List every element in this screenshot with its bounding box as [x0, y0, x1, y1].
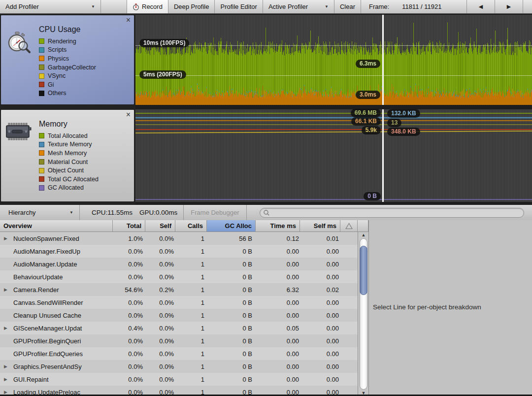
prev-frame-icon: ◀: [479, 3, 483, 10]
cpu-legend-item[interactable]: Others: [39, 89, 96, 98]
table-row[interactable]: ▶ GPUProfiler.EndQueries 0.0% 0.0% 1 0 B…: [0, 347, 358, 360]
column-header-total[interactable]: Total: [113, 220, 145, 232]
scrollbar-thumb[interactable]: [360, 246, 367, 295]
table-row[interactable]: ▶ Cleanup Unused Cache 0.0% 0.0% 1 0 B 0…: [0, 309, 358, 322]
total-percent: 0.0%: [113, 350, 145, 358]
deep-profile-label: Deep Profile: [174, 3, 209, 10]
table-row[interactable]: ▶ AudioManager.Update 0.0% 0.0% 1 0 B 0.…: [0, 258, 358, 270]
memory-legend-item[interactable]: Texture Memory: [39, 140, 99, 149]
cpu-legend-item[interactable]: GarbageCollector: [39, 63, 96, 72]
scroll-up-arrow[interactable]: ▲: [358, 232, 369, 237]
total-percent: 0.0%: [113, 273, 145, 281]
table-row[interactable]: ▶ Camera.Render 54.6% 0.2% 1 0 B 6.32 0.…: [0, 283, 358, 296]
cpu-usage-panel[interactable]: CPU Usage × Rendering Scripts Physics Ga…: [0, 15, 134, 105]
memory-legend-item[interactable]: GC Allocated: [39, 184, 99, 193]
view-mode-dropdown[interactable]: Hierarchy ▼: [0, 205, 80, 220]
calls-count: 1: [175, 261, 207, 268]
memory-legend-item[interactable]: Mesh Memory: [39, 149, 99, 158]
expand-triangle-icon[interactable]: ▶: [4, 364, 13, 369]
table-row[interactable]: ▶ GUI.Repaint 0.0% 0.0% 1 0 B 0.00 0.00: [0, 373, 358, 386]
expand-triangle-icon[interactable]: ▶: [4, 287, 13, 292]
table-row[interactable]: ▶ Canvas.SendWillRender 0.0% 0.0% 1 0 B …: [0, 296, 358, 309]
active-profiler-dropdown[interactable]: Active Profiler ▼: [263, 0, 334, 13]
cpu-legend-item[interactable]: Rendering: [39, 37, 96, 46]
frame-label: Frame:: [369, 3, 389, 10]
time-ms-value: 0.00: [256, 299, 300, 306]
cpu-legend-item[interactable]: VSync: [39, 71, 96, 80]
cpu-legend-item[interactable]: Physics: [39, 54, 96, 63]
gc-alloc-value: 0 B: [207, 273, 256, 281]
column-header-self[interactable]: Self: [145, 220, 175, 232]
gc-alloc-value: 0 B: [207, 312, 256, 319]
record-button[interactable]: Record: [127, 0, 168, 13]
column-header-self-ms[interactable]: Self ms: [300, 220, 340, 232]
expand-triangle-icon[interactable]: ▶: [4, 390, 13, 395]
profile-editor-button[interactable]: Profile Editor: [215, 0, 263, 13]
clear-button[interactable]: Clear: [334, 0, 361, 13]
search-icon: [263, 209, 270, 216]
add-profiler-label: Add Profiler: [5, 3, 39, 10]
time-ms-value: 0.00: [256, 337, 300, 345]
time-ms-value: 0.00: [256, 376, 300, 383]
expand-triangle-icon[interactable]: ▶: [4, 326, 13, 330]
table-scrollbar[interactable]: ▲ ▼: [358, 232, 368, 396]
total-percent: 1.0%: [113, 235, 145, 242]
self-percent: 0.0%: [145, 261, 175, 268]
function-name: NucleonSpawner.Fixed: [13, 235, 79, 242]
table-row[interactable]: ▶ NucleonSpawner.Fixed 1.0% 0.0% 1 56 B …: [0, 232, 358, 245]
legend-swatch: [39, 185, 44, 191]
table-row[interactable]: ▶ Graphics.PresentAndSy 0.0% 0.0% 1 0 B …: [0, 360, 358, 373]
close-icon[interactable]: ×: [126, 111, 131, 118]
cpu-legend-item[interactable]: Scripts: [39, 46, 96, 55]
chevron-down-icon: ▼: [325, 4, 329, 9]
column-header-time-ms[interactable]: Time ms: [256, 220, 300, 232]
search-input[interactable]: [260, 208, 524, 218]
toolbar-spacer: [447, 0, 466, 13]
profiler-table-body: ▶ NucleonSpawner.Fixed 1.0% 0.0% 1 56 B …: [0, 232, 358, 396]
function-name: GPUProfiler.BeginQueri: [13, 337, 81, 345]
legend-swatch: [39, 38, 44, 44]
memory-legend-item[interactable]: Material Count: [39, 158, 99, 166]
table-row[interactable]: ▶ AudioManager.FixedUp 0.0% 0.0% 1 0 B 0…: [0, 245, 358, 258]
cpu-usage-chart[interactable]: [135, 15, 532, 105]
prev-frame-button[interactable]: ◀: [466, 0, 495, 13]
function-name: GPUProfiler.EndQueries: [13, 350, 83, 358]
table-row[interactable]: ▶ BehaviourUpdate 0.0% 0.0% 1 0 B 0.00 0…: [0, 270, 358, 283]
time-ms-value: 6.32: [256, 286, 300, 294]
function-name: GISceneManager.Updat: [13, 325, 82, 332]
expand-triangle-icon[interactable]: ▶: [4, 236, 13, 241]
memory-panel[interactable]: Memory × Total Allocated Texture Memory …: [0, 109, 134, 202]
memory-chart[interactable]: [135, 109, 532, 202]
calls-count: 1: [175, 235, 207, 242]
frame-debugger-button[interactable]: Frame Debugger: [184, 209, 246, 216]
time-ms-value: 0.00: [256, 350, 300, 358]
self-ms-value: 0.00: [300, 325, 340, 332]
table-row[interactable]: ▶ GPUProfiler.BeginQueri 0.0% 0.0% 1 0 B…: [0, 334, 358, 347]
gc-alloc-value: 0 B: [207, 261, 256, 268]
legend-label: Object Count: [48, 167, 84, 174]
column-header-overview[interactable]: Overview: [0, 220, 113, 232]
close-icon[interactable]: ×: [126, 17, 131, 24]
self-percent: 0.2%: [145, 286, 175, 294]
self-percent: 0.0%: [145, 248, 175, 255]
legend-swatch: [39, 91, 44, 96]
add-profiler-dropdown[interactable]: Add Profiler ▼: [0, 0, 101, 13]
legend-swatch: [39, 176, 44, 182]
legend-label: Total Allocated: [48, 132, 88, 139]
next-frame-button[interactable]: ▶: [495, 0, 523, 13]
column-header-calls[interactable]: Calls: [175, 220, 207, 232]
expand-triangle-icon[interactable]: ▶: [4, 377, 13, 382]
table-row[interactable]: ▶ GISceneManager.Updat 0.4% 0.0% 1 0 B 0…: [0, 322, 358, 334]
self-ms-value: 0.01: [300, 235, 340, 242]
legend-label: Others: [48, 90, 66, 97]
memory-value-label: 348.0 KB: [387, 128, 420, 136]
column-header-gc-alloc[interactable]: GC Alloc: [207, 220, 256, 232]
deep-profile-button[interactable]: Deep Profile: [168, 0, 215, 13]
memory-legend-item[interactable]: Total GC Allocated: [39, 175, 99, 184]
self-ms-value: 0.02: [300, 286, 340, 294]
cpu-legend-item[interactable]: Gi: [39, 80, 96, 89]
memory-value-label: 0 B: [364, 192, 381, 200]
memory-legend-item[interactable]: Total Allocated: [39, 132, 99, 140]
memory-legend-item[interactable]: Object Count: [39, 166, 99, 175]
column-header-warnings[interactable]: [340, 220, 358, 232]
